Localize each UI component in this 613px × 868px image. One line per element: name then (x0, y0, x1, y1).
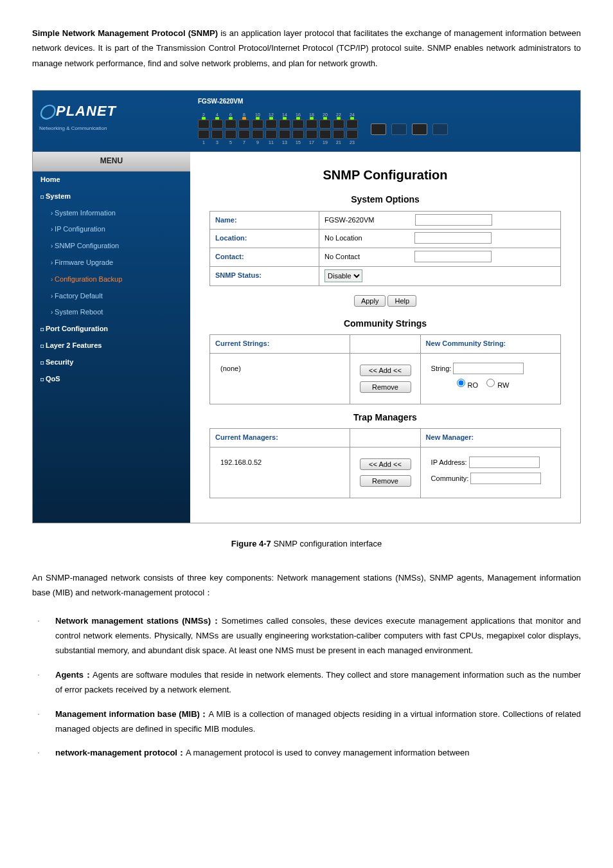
system-options-table: Name: FGSW-2620VM Location: No Location … (209, 211, 561, 286)
trap-ip-input[interactable] (469, 457, 540, 468)
switch-panel: FGSW-2620VM 24681012141618202224 1357911… (190, 91, 580, 152)
community-table: Current Strings: New Community String: (… (209, 334, 561, 404)
menu-config-backup[interactable]: Configuration Backup (33, 271, 190, 288)
contact-input[interactable] (414, 251, 492, 262)
list-item-nms: Network management stations (NMSs)：Somet… (32, 613, 581, 658)
system-options-buttons: Apply Help (209, 291, 561, 312)
location-input[interactable] (414, 232, 492, 244)
current-strings-label: Current Strings: (210, 334, 350, 353)
agents-term: Agents (55, 670, 84, 680)
agents-colon: ： (84, 670, 93, 680)
brand-logo: ◯PLANET (39, 98, 184, 124)
ro-label: RO (468, 381, 479, 389)
menu-header: MENU (33, 152, 190, 172)
community-title: Community Strings (209, 316, 561, 332)
menu-port-config[interactable]: Port Configuration (33, 321, 190, 338)
figure-caption: Figure 4-7 SNMP configuration interface (32, 536, 581, 551)
community-string-input[interactable] (453, 363, 524, 374)
menu-snmp-config[interactable]: SNMP Configuration (33, 238, 190, 255)
current-strings-value: (none) (215, 356, 344, 401)
list-item-protocol: network-management protocol：A management… (32, 745, 581, 760)
name-label: Name: (210, 211, 319, 230)
community-label: Community: (431, 475, 469, 482)
nms-term: Network management stations (NMSs) (55, 616, 211, 626)
list-item-agents: Agents：Agents are software modules that … (32, 667, 581, 698)
snmp-status-select[interactable]: Disable (324, 269, 362, 282)
list-item-mib: Management information base (MIB)：A MIB … (32, 707, 581, 737)
contact-value: No Contact (324, 253, 360, 260)
community-remove-button[interactable]: Remove (360, 381, 411, 393)
snmp-status-label: SNMP Status: (210, 266, 319, 285)
model-label: FGSW-2620VM (198, 96, 573, 107)
menu-security[interactable]: Security (33, 354, 190, 371)
protocol-text: A management protocol is used to convey … (186, 748, 470, 757)
agents-text: Agents are software modules that reside … (55, 670, 581, 694)
ip-label: IP Address: (431, 458, 467, 466)
content-area: SNMP Configuration System Options Name: … (190, 152, 580, 522)
ro-radio[interactable] (457, 379, 465, 387)
components-intro: An SNMP-managed network consists of thre… (32, 570, 581, 601)
current-managers-value: 192.168.0.52 (215, 450, 344, 495)
trap-table: Current Managers: New Manager: 192.168.0… (209, 428, 561, 498)
snmp-term: Simple Network Management Protocol (SNMP… (32, 28, 218, 38)
system-options-title: System Options (209, 192, 561, 208)
sidebar: MENU Home System System Information IP C… (33, 152, 190, 522)
menu-factory[interactable]: Factory Default (33, 288, 190, 305)
protocol-colon: ： (177, 748, 186, 757)
name-input[interactable] (415, 214, 492, 226)
menu-layer2[interactable]: Layer 2 Features (33, 338, 190, 354)
mib-term: Management information base (MIB) (55, 709, 200, 719)
trap-community-input[interactable] (470, 473, 541, 484)
mib-colon: ： (200, 709, 209, 719)
trap-remove-button[interactable]: Remove (360, 475, 411, 487)
nms-colon: ： (211, 616, 221, 626)
menu-reboot[interactable]: System Reboot (33, 304, 190, 321)
menu-qos[interactable]: QoS (33, 371, 190, 388)
components-list: Network management stations (NMSs)：Somet… (32, 613, 581, 761)
apply-button[interactable]: Apply (354, 295, 386, 307)
help-button[interactable]: Help (387, 295, 416, 307)
device-ui: ◯PLANET Networking & Communication FGSW-… (32, 90, 581, 523)
current-managers-label: Current Managers: (210, 428, 350, 447)
logo-area: ◯PLANET Networking & Communication (33, 91, 190, 152)
trap-add-button[interactable]: << Add << (360, 458, 411, 470)
menu-home[interactable]: Home (33, 172, 190, 188)
menu-ip-config[interactable]: IP Configuration (33, 221, 190, 238)
device-header: ◯PLANET Networking & Communication FGSW-… (33, 91, 580, 152)
intro-paragraph: Simple Network Management Protocol (SNMP… (32, 26, 581, 71)
location-label: Location: (210, 230, 319, 248)
brand-tagline: Networking & Communication (39, 124, 184, 133)
community-add-button[interactable]: << Add << (360, 365, 411, 376)
figure-number: Figure 4-7 (231, 539, 271, 548)
rw-radio[interactable] (486, 379, 495, 387)
trap-title: Trap Managers (209, 410, 561, 426)
rw-label: RW (497, 381, 509, 389)
name-value: FGSW-2620VM (324, 216, 374, 224)
contact-label: Contact: (210, 248, 319, 267)
page-title: SNMP Configuration (209, 163, 561, 186)
protocol-term: network-management protocol (55, 748, 177, 757)
location-value: No Location (324, 234, 362, 242)
new-manager-label: New Manager: (420, 428, 560, 447)
new-community-label: New Community String: (420, 334, 560, 353)
figure-text: SNMP configuration interface (271, 539, 382, 548)
menu-firmware[interactable]: Firmware Upgrade (33, 255, 190, 271)
string-label: String: (431, 365, 452, 372)
menu-system-info[interactable]: System Information (33, 205, 190, 222)
menu-system[interactable]: System (33, 188, 190, 205)
